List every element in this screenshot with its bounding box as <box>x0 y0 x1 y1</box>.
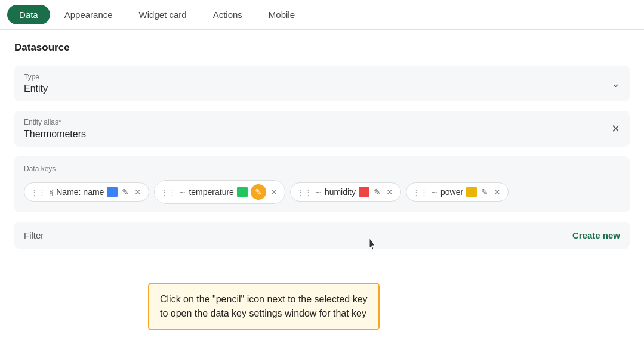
drag-handle-name[interactable]: ⋮⋮ <box>30 188 46 197</box>
entity-alias-field[interactable]: Entity alias* Thermometers ✕ <box>14 111 630 147</box>
main-content: Datasource Type Entity ⌄ Entity alias* T… <box>0 30 644 261</box>
tab-mobile[interactable]: Mobile <box>257 5 307 24</box>
color-dot-name[interactable] <box>107 187 118 197</box>
clear-icon[interactable]: ✕ <box>611 122 620 135</box>
key-label-name: Name: name <box>56 187 104 197</box>
pencil-btn-temperature[interactable]: ✎ <box>251 184 266 200</box>
key-label-temperature: temperature <box>189 187 233 197</box>
key-chip-power: ⋮⋮ ∼ power ✎ ✕ <box>406 182 509 202</box>
key-label-humidity: humidity <box>325 187 356 197</box>
drag-handle-temperature[interactable]: ⋮⋮ <box>161 188 176 197</box>
key-chip-humidity: ⋮⋮ ∼ humidity ✎ ✕ <box>290 182 401 202</box>
entity-alias-label: Entity alias* <box>24 118 620 126</box>
drag-handle-humidity[interactable]: ⋮⋮ <box>297 188 312 197</box>
tab-widget-card[interactable]: Widget card <box>127 5 199 24</box>
key-icon-humidity: ∼ <box>315 188 322 197</box>
key-chip-temperature: ⋮⋮ ∼ temperature ✎ ✕ <box>154 180 285 204</box>
key-chip-name: ⋮⋮ § Name: name ✎ ✕ <box>24 182 149 202</box>
key-icon-power: ∼ <box>431 188 437 197</box>
filter-bar: Filter Create new <box>14 222 630 249</box>
pencil-btn-name[interactable]: ✎ <box>121 187 130 197</box>
tab-bar: Data Appearance Widget card Actions Mobi… <box>0 0 644 30</box>
data-keys-section: Data keys ⋮⋮ § Name: name ✎ ✕ ⋮⋮ ∼ tempe… <box>14 156 630 212</box>
close-btn-humidity[interactable]: ✕ <box>385 187 395 197</box>
create-new-button[interactable]: Create new <box>572 230 620 240</box>
key-icon-name: § <box>49 188 53 197</box>
type-value: Entity <box>24 83 620 94</box>
color-dot-humidity[interactable] <box>359 187 369 197</box>
key-label-power: power <box>440 187 463 197</box>
type-field[interactable]: Type Entity ⌄ <box>14 66 630 101</box>
data-keys-row: ⋮⋮ § Name: name ✎ ✕ ⋮⋮ ∼ temperature ✎ ✕… <box>24 180 620 204</box>
filter-label: Filter <box>24 230 44 240</box>
type-label: Type <box>24 73 620 81</box>
pencil-btn-humidity[interactable]: ✎ <box>372 187 382 197</box>
entity-alias-value: Thermometers <box>24 129 620 140</box>
close-btn-name[interactable]: ✕ <box>133 187 143 197</box>
dropdown-icon[interactable]: ⌄ <box>611 77 620 90</box>
tab-actions[interactable]: Actions <box>201 5 254 24</box>
drag-handle-power[interactable]: ⋮⋮ <box>412 188 428 197</box>
data-keys-label: Data keys <box>24 165 620 173</box>
pencil-btn-power[interactable]: ✎ <box>480 187 489 197</box>
color-dot-power[interactable] <box>466 187 477 197</box>
tooltip-overlay: Click on the "pencil" icon next to the s… <box>148 283 380 330</box>
close-btn-power[interactable]: ✕ <box>492 187 502 197</box>
tab-appearance[interactable]: Appearance <box>53 5 125 24</box>
datasource-title: Datasource <box>14 42 630 54</box>
tab-data[interactable]: Data <box>7 5 50 24</box>
tooltip-text: Click on the "pencil" icon next to the s… <box>160 294 368 318</box>
key-icon-temperature: ∼ <box>179 188 186 197</box>
color-dot-temperature[interactable] <box>237 187 248 197</box>
close-btn-temperature[interactable]: ✕ <box>269 187 279 197</box>
